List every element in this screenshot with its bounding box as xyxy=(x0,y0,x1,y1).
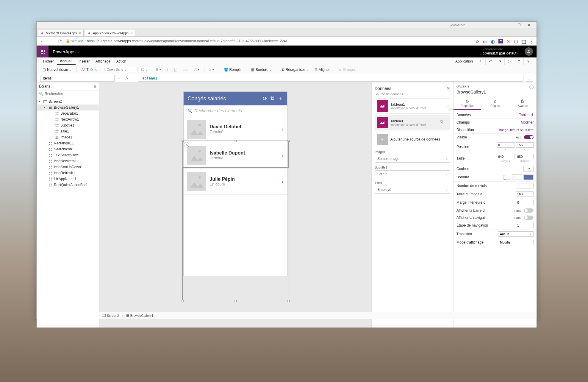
tree-item[interactable]: 🖼Image1 xyxy=(37,134,99,140)
refresh-icon[interactable]: ⟳ xyxy=(263,95,267,102)
help-icon[interactable]: ? xyxy=(529,85,534,89)
prop-data-value[interactable]: Tableau1 xyxy=(519,113,534,117)
forward-button[interactable]: → xyxy=(48,38,54,44)
tree-item[interactable]: Subtitle1 xyxy=(37,122,99,128)
field-select[interactable]: Employé⌄ xyxy=(375,186,450,194)
transition-select[interactable]: Aucun⌄ xyxy=(498,231,534,237)
preview-search[interactable]: 🔍 Rechercher des éléments xyxy=(184,105,287,116)
breadcrumb-gallery[interactable]: ▦ BrowseGallery1 xyxy=(126,314,154,317)
ext-icon[interactable]: ⬚ xyxy=(522,39,526,43)
nav-toggle[interactable] xyxy=(524,216,534,220)
menu-inserer[interactable]: Insérer xyxy=(76,58,93,65)
scrollbar-toggle[interactable] xyxy=(524,208,534,213)
add-data-source-button[interactable]: ＋ Ajouter une source de données xyxy=(375,132,450,147)
menu-fichier[interactable]: Fichier xyxy=(40,58,57,65)
tree-item[interactable]: IconRefresh1 xyxy=(37,170,99,176)
fontsize-select[interactable]: 20 ⌄ xyxy=(139,67,152,72)
property-select[interactable]: Items⌄ xyxy=(40,75,115,82)
font-color-button[interactable]: A ▾ xyxy=(192,67,202,73)
tree-item[interactable]: ▾Screen2 xyxy=(37,99,99,105)
font-select[interactable]: Open Sans ⌄ xyxy=(105,67,137,72)
list-item[interactable]: David DelobelTerminé› xyxy=(184,116,287,142)
checker-icon[interactable]: ᯤ xyxy=(476,58,485,65)
tab-advanced[interactable]: fxAvancé xyxy=(509,97,537,110)
strike-button[interactable]: abc xyxy=(180,67,190,73)
text-align-button[interactable]: ≡ ▾ xyxy=(207,67,216,73)
window-close-button[interactable]: ✕ xyxy=(524,22,534,28)
tab-properties[interactable]: ⚙Propriétés xyxy=(453,97,481,110)
tree-search[interactable]: 🔍 xyxy=(37,91,99,97)
thumb-view-icon[interactable]: ⊞ xyxy=(93,84,96,88)
tree-item[interactable]: RectQuickActionBar1 xyxy=(37,182,99,188)
browser-tab[interactable]: ◈ Application - PowerApps × xyxy=(85,29,135,36)
tree-item[interactable]: NextArrow1 xyxy=(37,116,99,122)
pos-x-input[interactable] xyxy=(497,142,514,148)
tree-item[interactable]: TextSearchBox1 xyxy=(37,152,99,158)
add-icon[interactable]: ＋ xyxy=(278,95,283,102)
fill-button[interactable]: 🪣 Remplir ⌄ xyxy=(221,67,248,73)
reorganize-button[interactable]: ⧉ Réorganiser ⌄ xyxy=(279,67,311,73)
ext-icon[interactable]: ⬡ xyxy=(514,39,519,43)
close-icon[interactable]: ✕ xyxy=(446,85,450,91)
list-view-icon[interactable]: ≔ xyxy=(88,84,92,88)
border-width-input[interactable] xyxy=(512,174,522,180)
tab-rules[interactable]: ⎌Règles xyxy=(481,97,509,110)
play-icon[interactable]: ▷ xyxy=(504,58,514,65)
user-avatar[interactable] xyxy=(525,47,533,56)
app-name[interactable]: PowerApps ⌄ xyxy=(49,49,84,54)
color-picker[interactable]: ↗ xyxy=(523,166,534,171)
italic-button[interactable]: I xyxy=(165,67,170,73)
cast-icon[interactable]: ▭ xyxy=(483,39,488,43)
help-icon[interactable]: ? xyxy=(523,58,533,65)
menu-icon[interactable]: ⋮ xyxy=(529,39,534,43)
theme-button[interactable]: Aª Thème ⌄ xyxy=(79,67,104,73)
window-maximize-button[interactable]: ☐ xyxy=(514,22,524,28)
pos-y-input[interactable] xyxy=(516,142,534,148)
sort-icon[interactable]: ⇅ xyxy=(270,95,275,102)
group-button[interactable]: ⧈ Groupe ⌄ xyxy=(337,67,361,73)
application-button[interactable]: Application xyxy=(452,58,476,65)
app-launcher-button[interactable] xyxy=(37,46,49,57)
tree-item[interactable]: Title1 xyxy=(37,128,99,134)
close-icon[interactable]: × xyxy=(130,31,133,35)
canvas[interactable]: Congés salariés ⟳ ⇅ ＋ 🔍 Rechercher des é… xyxy=(99,82,371,328)
tree-item[interactable]: Rectangle11 xyxy=(37,140,99,146)
align-button[interactable]: ⊟ Aligner ⌄ xyxy=(312,67,336,73)
border-button[interactable]: ▦ Bordure ⌄ xyxy=(249,67,274,73)
data-source-select[interactable]: Tableau1Importation à partir d'Excel ⌄ xyxy=(375,98,450,114)
underline-button[interactable]: U xyxy=(172,67,179,73)
ext-icon[interactable]: ■ xyxy=(498,39,503,43)
prop-layout-value[interactable]: Image, titre et sous-titre xyxy=(499,128,534,132)
reload-button[interactable]: ⟳ xyxy=(57,38,63,44)
tree-item[interactable]: ▾▦BrowseGallery1 xyxy=(37,105,99,110)
field-select[interactable]: SampleImage⌄ xyxy=(375,155,450,163)
ext-icon[interactable]: ✕ xyxy=(506,39,511,43)
tree-item[interactable]: IconNewItem1 xyxy=(37,158,99,164)
menu-affichage[interactable]: Affichage xyxy=(93,58,113,65)
window-minimize-button[interactable]: — xyxy=(504,22,514,28)
visible-toggle[interactable] xyxy=(524,135,534,139)
border-style-select[interactable]: — ⌄ xyxy=(503,175,511,180)
field-select[interactable]: Statut⌄ xyxy=(375,170,450,178)
nav-step-input[interactable] xyxy=(516,223,534,228)
tree-item[interactable]: LblAppName1 xyxy=(37,176,99,182)
border-color-swatch[interactable] xyxy=(523,174,534,180)
width-input[interactable] xyxy=(497,154,514,159)
browser-tab[interactable]: ◈ Microsoft PowerApps × xyxy=(38,29,84,36)
bold-button[interactable]: B ▾ xyxy=(154,67,164,73)
ext-icon[interactable]: ◐ xyxy=(491,39,495,43)
formula-expand-button[interactable]: ⌄ xyxy=(526,75,533,82)
tree-item[interactable]: IconSortUpDown1 xyxy=(37,164,99,170)
formula-input[interactable]: Tableau1 xyxy=(138,75,523,82)
height-input[interactable] xyxy=(516,154,534,159)
edit-template-button[interactable]: ✎ xyxy=(184,142,189,147)
tree-item[interactable]: Separator1 xyxy=(37,110,99,116)
redo-icon[interactable]: ↷ xyxy=(495,58,504,65)
tree-search-input[interactable] xyxy=(45,92,96,96)
wrap-input[interactable] xyxy=(516,183,534,188)
url-field[interactable]: 🔒 Sécurisé | https://eu.create.powerapps… xyxy=(66,39,473,43)
undo-icon[interactable]: ↶ xyxy=(485,58,495,65)
breadcrumb-screen[interactable]: Screen2 xyxy=(102,314,119,317)
star-icon[interactable]: ☆ xyxy=(475,39,480,43)
prop-fields-value[interactable]: Modifier xyxy=(521,120,534,124)
